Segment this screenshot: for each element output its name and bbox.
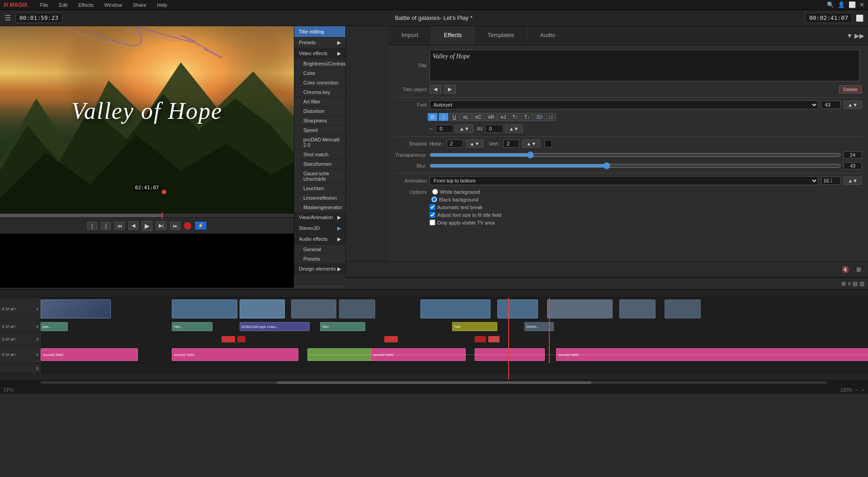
shadow-horiz-input[interactable] bbox=[447, 140, 463, 148]
track-1-clip-4[interactable] bbox=[291, 299, 336, 318]
track-2-body[interactable]: Alie... Titel... DOM1196.mp4 Color... Ti… bbox=[41, 320, 868, 332]
menu-edit[interactable]: Edit bbox=[57, 1, 69, 9]
leading-input[interactable] bbox=[485, 125, 503, 133]
shadow-horiz-stepper[interactable]: ▲▼ bbox=[466, 140, 484, 148]
shadow-color-picker[interactable] bbox=[545, 140, 552, 147]
tab-import[interactable]: Import bbox=[389, 26, 431, 45]
adjust-font-option[interactable]: Adjust font size to fit title field bbox=[429, 212, 501, 218]
effects-item-prodad[interactable]: proDAD Mercalli 2.0 bbox=[294, 135, 345, 150]
font-size-input[interactable] bbox=[821, 101, 841, 109]
subscript-btn[interactable]: T↓ bbox=[521, 113, 532, 121]
bold-btn[interactable]: B bbox=[428, 113, 438, 121]
blur-slider[interactable] bbox=[429, 162, 841, 169]
in-point-btn[interactable]: [ bbox=[87, 222, 97, 230]
effects-item-shot-match[interactable]: Shot match bbox=[294, 150, 345, 159]
shadow-vert-input[interactable] bbox=[503, 140, 519, 148]
delete-title-btn[interactable]: Delete bbox=[839, 85, 862, 94]
to-end-btn[interactable]: ⏭ bbox=[170, 222, 180, 230]
track-1-clip-1[interactable] bbox=[41, 299, 111, 318]
effects-item-maskengenerator[interactable]: Maskengenerator bbox=[294, 203, 345, 212]
timeline-ruler[interactable]: 00:00:00:00 00:00:10:00 00:00:20:00 00:0… bbox=[0, 290, 868, 298]
track-2-clip-title-1[interactable]: Alie... bbox=[41, 322, 68, 331]
timeline-view-btn-2[interactable]: ≡ bbox=[848, 281, 851, 287]
timeline-scroll-thumb[interactable] bbox=[277, 381, 591, 384]
panel-arrow-down[interactable]: ▼ bbox=[846, 32, 853, 39]
track-1-clip-6[interactable] bbox=[420, 299, 491, 318]
timeline-view-btn-3[interactable]: ▤ bbox=[853, 281, 858, 287]
user-icon[interactable]: 👤 bbox=[838, 1, 845, 8]
next-title-object-btn[interactable]: ▶ bbox=[444, 85, 456, 94]
hamburger-menu[interactable]: ☰ bbox=[5, 14, 11, 22]
effects-item-stereo3d[interactable]: Stereo3D ▶ bbox=[294, 223, 345, 234]
tab-effects[interactable]: Effects bbox=[431, 26, 475, 45]
effects-item-general[interactable]: General bbox=[294, 245, 345, 254]
timeline-view-btn-1[interactable]: ⊞ bbox=[841, 281, 846, 287]
kerning-input[interactable] bbox=[435, 125, 453, 133]
effects-item-color-correction[interactable]: Color correction bbox=[294, 78, 345, 88]
track-2-clip-color[interactable]: DOM1196.mp4 Color... bbox=[240, 322, 310, 331]
menu-effects[interactable]: Effects bbox=[76, 1, 95, 9]
track-3-clip-1[interactable] bbox=[222, 336, 235, 342]
menu-window[interactable]: Window bbox=[103, 1, 124, 9]
effects-item-audio-effects[interactable]: Audio effects ▶ bbox=[294, 234, 345, 245]
effects-item-gauss[interactable]: Gauss'sche Unschärfe bbox=[294, 169, 345, 184]
animation-select[interactable]: From top to bottom From bottom to top Fr… bbox=[429, 176, 818, 185]
track-1-clip-3[interactable] bbox=[240, 299, 285, 318]
effects-item-brightness-contrast[interactable]: Brightness/Contrast bbox=[294, 59, 345, 69]
justify-btn[interactable]: ≡J bbox=[498, 113, 509, 121]
shadow-vert-stepper[interactable]: ▲▼ bbox=[522, 140, 540, 148]
effects-item-audio-presets[interactable]: Presets bbox=[294, 254, 345, 264]
italic-btn[interactable]: I bbox=[439, 113, 448, 121]
track-2-clip-title-2[interactable]: Titel... bbox=[172, 322, 212, 331]
animation-speed-input[interactable] bbox=[821, 177, 841, 185]
align-center-btn[interactable]: ≡C bbox=[472, 113, 484, 121]
close-icon[interactable]: ✕ bbox=[859, 1, 864, 8]
track-2-clip-title-yellow[interactable]: Titel bbox=[452, 322, 497, 331]
track-1-body[interactable] bbox=[41, 298, 868, 320]
track-4-body[interactable]: sound2.WAV sound2.WAV sound2.WAV sound2.… bbox=[41, 346, 868, 363]
timeline-scrollbar[interactable] bbox=[41, 381, 827, 384]
animation-speed-stepper[interactable]: ▲▼ bbox=[844, 177, 862, 185]
black-bg-radio[interactable] bbox=[431, 196, 437, 202]
next-frame-btn[interactable]: ▶| bbox=[156, 221, 166, 230]
search-icon[interactable]: 🔍 bbox=[827, 1, 834, 8]
track-5-body[interactable] bbox=[41, 364, 868, 373]
record-btn[interactable] bbox=[184, 222, 191, 229]
track-1-clip-7[interactable] bbox=[497, 299, 538, 318]
effects-item-art-filter[interactable]: Art filter bbox=[294, 97, 345, 107]
auto-text-break-option[interactable]: Automatic text break bbox=[429, 204, 482, 210]
effects-item-title-editing[interactable]: Title editing bbox=[294, 26, 345, 37]
effects-item-linsenreflexion[interactable]: Linsenreflexion bbox=[294, 193, 345, 203]
effects-item-color[interactable]: Color bbox=[294, 69, 345, 78]
timeline-view-btn-4[interactable]: ▥ bbox=[859, 281, 864, 287]
effects-item-design-elements[interactable]: Design elements ▶ bbox=[294, 264, 345, 275]
effects-item-stanzformen[interactable]: Stanzformen bbox=[294, 159, 345, 169]
only-visible-tv-option[interactable]: Only apply visible TV area bbox=[429, 220, 495, 225]
prev-frame-btn[interactable]: ◀ bbox=[128, 221, 138, 230]
effects-item-video-effects[interactable]: Video effects ▶ bbox=[294, 48, 345, 59]
font-select[interactable]: Autoryet Arial Times New Roman bbox=[429, 100, 818, 109]
tab-audio[interactable]: Audio bbox=[528, 26, 568, 45]
settings-btn[interactable]: ⊞ bbox=[853, 264, 864, 275]
panel-maximize-btn[interactable]: ⬜ bbox=[856, 14, 863, 22]
black-bg-option[interactable]: Black background bbox=[431, 196, 478, 202]
track-1-clip-8[interactable] bbox=[547, 299, 613, 318]
align-right-btn[interactable]: ≡R bbox=[485, 113, 497, 121]
font-size-stepper[interactable]: ▲▼ bbox=[844, 101, 862, 109]
effects-item-view-animation[interactable]: View/Animation ▶ bbox=[294, 212, 345, 223]
title-input[interactable]: Valley of Hope bbox=[429, 50, 860, 81]
effects-item-sharpness[interactable]: Sharpness bbox=[294, 116, 345, 126]
effects-item-speed[interactable]: Speed bbox=[294, 126, 345, 135]
auto-text-break-checkbox[interactable] bbox=[429, 204, 435, 210]
out-point-btn[interactable]: ] bbox=[101, 222, 111, 230]
track-3-clip-4[interactable] bbox=[475, 336, 486, 342]
menu-share[interactable]: Share bbox=[131, 1, 148, 9]
superscript-btn[interactable]: T↑ bbox=[509, 113, 520, 121]
prev-title-object-btn[interactable]: ◀ bbox=[429, 85, 441, 94]
effects-item-presets[interactable]: Presets ▶ bbox=[294, 37, 345, 48]
track-3-clip-3[interactable] bbox=[384, 336, 398, 342]
track-1-clip-2[interactable] bbox=[172, 299, 237, 318]
lightning-btn[interactable]: ⚡ bbox=[195, 221, 207, 230]
track-3-body[interactable] bbox=[41, 333, 868, 345]
kerning-stepper[interactable]: ▲▼ bbox=[455, 125, 473, 133]
